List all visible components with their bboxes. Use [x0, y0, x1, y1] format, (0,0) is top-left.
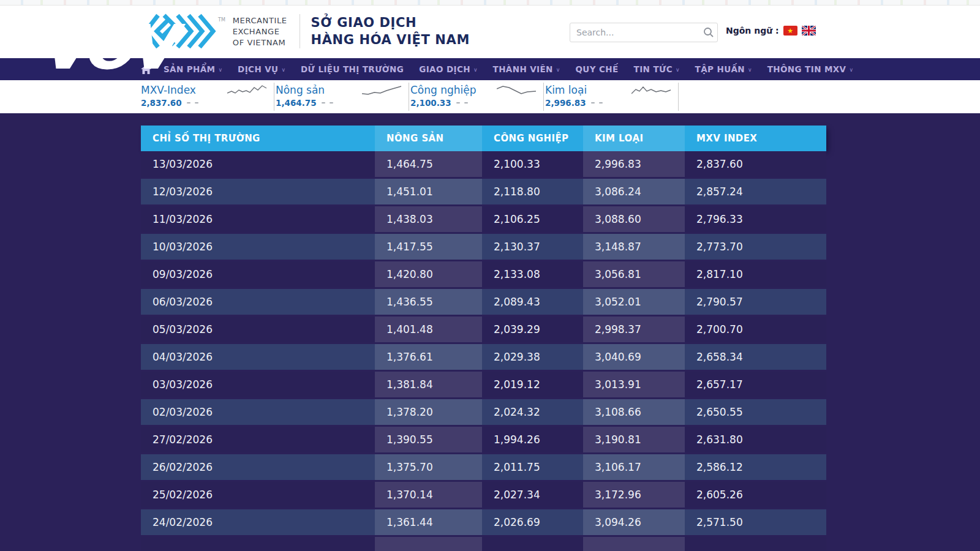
cell-value: 3,086.24 — [583, 179, 685, 204]
ticker-value: 2,100.33 — [410, 98, 451, 108]
logo-divider — [300, 14, 300, 48]
language-selector: Ngôn ngữ : ★ — [726, 26, 816, 36]
nav-item-san-pham[interactable]: SẢN PHẨM∨ — [164, 64, 222, 74]
cell-value: 1,438.03 — [375, 206, 482, 232]
nav-item-label: QUY CHẾ — [575, 64, 618, 74]
cell-value: 3,094.26 — [583, 509, 685, 535]
table-row: 06/03/20261,436.552,089.433,052.012,790.… — [141, 289, 826, 315]
cell-value: 1,381.84 — [375, 372, 482, 397]
cell-value: 1,994.26 — [482, 427, 583, 452]
cell-value: 3,148.87 — [583, 234, 685, 260]
ticker-label: Kim loại — [545, 84, 587, 96]
cell-value: 3,052.01 — [583, 289, 685, 315]
change-placeholder-dashes — [322, 102, 333, 103]
dash-icon — [591, 102, 595, 103]
ticker-label: Công nghiệp — [410, 84, 477, 96]
dash-icon — [322, 102, 325, 103]
chevron-down-icon: ∨ — [473, 67, 478, 73]
nav-item-label: DỮ LIỆU THỊ TRƯỜNG — [301, 64, 404, 74]
cell-value: 2,130.37 — [482, 234, 583, 260]
nav-item-du-lieu-thi-truong[interactable]: DỮ LIỆU THỊ TRƯỜNG — [301, 64, 404, 74]
nav-item-label: DỊCH VỤ — [238, 64, 278, 74]
cell-value: 2,118.80 — [482, 179, 583, 204]
table-row-partial — [141, 537, 826, 551]
cell-value: 2,024.32 — [482, 399, 583, 425]
nav-item-tap-huan[interactable]: TẬP HUẤN∨ — [695, 64, 752, 74]
search-input[interactable] — [570, 28, 700, 37]
cell-date: 03/03/2026 — [141, 372, 375, 397]
col-header-0: CHỈ SỐ THỊ TRƯỜNG — [141, 126, 375, 151]
cell-empty — [141, 537, 375, 551]
site-title-line1: SỞ GIAO DỊCH — [311, 15, 470, 30]
language-label: Ngôn ngữ : — [726, 26, 779, 36]
logo-en-line3: OF VIETNAM — [233, 38, 287, 47]
nav-item-label: GIAO DỊCH — [419, 64, 470, 74]
cell-value: 1,417.55 — [375, 234, 482, 260]
nav-item-label: TẬP HUẤN — [695, 64, 745, 74]
cell-empty — [375, 537, 482, 551]
cell-value: 2,089.43 — [482, 289, 583, 315]
cell-date: 12/03/2026 — [141, 179, 375, 204]
cell-date: 24/02/2026 — [141, 509, 375, 535]
search-icon[interactable] — [700, 27, 717, 38]
vietnam-flag-button[interactable]: ★ — [783, 26, 797, 36]
market-index-table: CHỈ SỐ THỊ TRƯỜNGNÔNG SẢNCÔNG NGHIỆPKIM … — [141, 126, 826, 551]
cell-value: 3,108.66 — [583, 399, 685, 425]
change-placeholder-dashes — [187, 102, 198, 103]
nav-item-dich-vu[interactable]: DỊCH VỤ∨ — [238, 64, 285, 74]
dash-icon — [195, 102, 198, 103]
vov-watermark: VOV — [39, 17, 170, 78]
cell-date: 11/03/2026 — [141, 206, 375, 232]
cell-value: 1,376.61 — [375, 344, 482, 370]
site-title-line2: HÀNG HÓA VIỆT NAM — [311, 32, 470, 47]
cell-value: 2,026.69 — [482, 509, 583, 535]
logo[interactable]: TM MERCANTILE EXCHANGE OF VIETNAM SỞ GIA… — [140, 13, 470, 50]
ticker-item-mxv-index[interactable]: MXV-Index2,837.60 — [140, 83, 274, 111]
table-row: 27/02/20261,390.551,994.263,190.812,631.… — [141, 427, 826, 452]
ticker-item-kim-loai[interactable]: Kim loại2,996.83 — [544, 83, 679, 111]
table-row: 12/03/20261,451.012,118.803,086.242,857.… — [141, 179, 826, 204]
table-row: 02/03/20261,378.202,024.323,108.662,650.… — [141, 399, 826, 425]
logo-text-en: MERCANTILE EXCHANGE OF VIETNAM — [233, 16, 287, 47]
site-title: SỞ GIAO DỊCH HÀNG HÓA VIỆT NAM — [311, 15, 470, 47]
cell-value: 2,586.12 — [685, 454, 826, 480]
change-placeholder-dashes — [456, 102, 468, 103]
nav-item-label: TIN TỨC — [634, 64, 673, 74]
cell-value: 2,790.57 — [685, 289, 826, 315]
cell-date: 25/02/2026 — [141, 482, 375, 508]
logo-en-line1: MERCANTILE — [233, 16, 287, 25]
cell-date: 09/03/2026 — [141, 261, 375, 287]
nav-item-giao-dich[interactable]: GIAO DỊCH∨ — [419, 64, 477, 74]
col-header-4: MXV INDEX — [685, 126, 826, 151]
cell-value: 2,998.37 — [583, 317, 685, 342]
cell-value: 3,172.96 — [583, 482, 685, 508]
col-header-3: KIM LOẠI — [583, 126, 685, 151]
cell-value: 1,390.55 — [375, 427, 482, 452]
nav-item-label: SẢN PHẨM — [164, 64, 215, 74]
table-row: 04/03/20261,376.612,029.383,040.692,658.… — [141, 344, 826, 370]
cell-value: 2,650.55 — [685, 399, 826, 425]
cell-value: 1,378.20 — [375, 399, 482, 425]
logo-en-line2: EXCHANGE — [233, 27, 287, 36]
cell-value: 1,370.14 — [375, 482, 482, 508]
nav-item-quy-che[interactable]: QUY CHẾ — [575, 64, 618, 74]
nav-item-thong-tin-mxv[interactable]: THÔNG TIN MXV∨ — [767, 64, 853, 74]
cell-date: 13/03/2026 — [141, 151, 375, 177]
nav-item-tin-tuc[interactable]: TIN TỨC∨ — [634, 64, 680, 74]
cell-value: 3,013.91 — [583, 372, 685, 397]
cell-value: 2,571.50 — [685, 509, 826, 535]
ticker-item-nong-san[interactable]: Nông sản1,464.75 — [274, 83, 409, 111]
ticker-value: 2,996.83 — [545, 98, 586, 108]
cell-value: 2,657.17 — [685, 372, 826, 397]
col-header-1: NÔNG SẢN — [375, 126, 482, 151]
nav-item-thanh-vien[interactable]: THÀNH VIÊN∨ — [493, 64, 560, 74]
nav-item-label: THÀNH VIÊN — [493, 64, 553, 74]
table-row: 03/03/20261,381.842,019.123,013.912,657.… — [141, 372, 826, 397]
cell-value: 2,106.25 — [482, 206, 583, 232]
table-row: 05/03/20261,401.482,039.292,998.372,700.… — [141, 317, 826, 342]
ticker-item-cong-nghiep[interactable]: Công nghiệp2,100.33 — [409, 83, 544, 111]
dash-icon — [456, 102, 460, 103]
cell-value: 3,106.17 — [583, 454, 685, 480]
sparkline-icon — [227, 84, 268, 96]
uk-flag-button[interactable] — [802, 26, 816, 36]
